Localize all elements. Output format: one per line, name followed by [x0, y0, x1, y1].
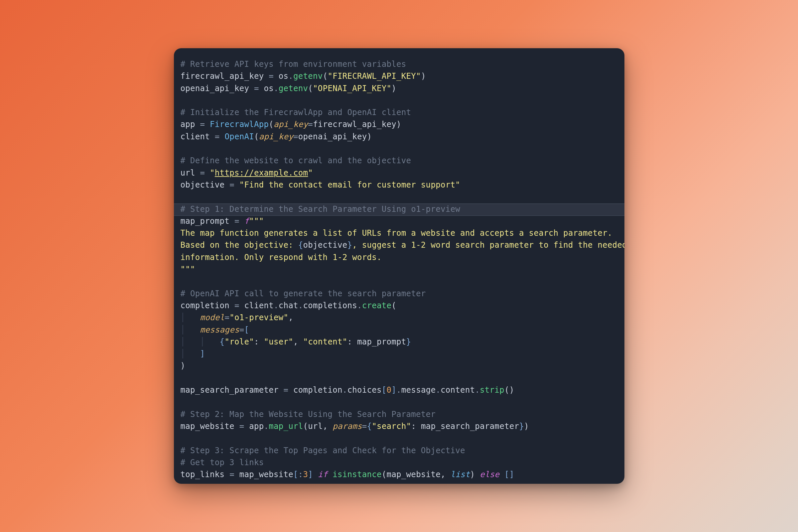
code-content[interactable]: # Retrieve API keys from environment var… — [174, 48, 624, 484]
code-token — [205, 120, 210, 129]
code-token: map_search_parameter — [180, 385, 284, 395]
code-token: "role" — [225, 337, 254, 346]
code-token: ) — [180, 361, 186, 370]
code-token: : — [298, 470, 303, 479]
code-token: list — [450, 470, 470, 479]
code-token: os — [259, 84, 274, 93]
code-token: = — [200, 120, 205, 129]
code-token: f — [244, 216, 249, 226]
indent-guide: │ — [180, 349, 200, 358]
code-token — [327, 470, 332, 479]
code-token: = — [215, 132, 220, 141]
code-token: """ — [249, 216, 264, 226]
code-token: "user" — [264, 337, 293, 346]
code-token: ) — [470, 470, 475, 479]
code-token: completion — [180, 301, 234, 310]
code-token: 3 — [303, 470, 308, 479]
code-token: objective — [180, 180, 230, 190]
code-token: ( — [303, 422, 308, 431]
code-token: ( — [254, 132, 259, 141]
code-token: = — [269, 72, 274, 81]
code-token: The map function generates a list of URL… — [180, 228, 612, 238]
code-token: api_key — [274, 120, 308, 129]
code-comment: # OpenAI API call to generate the search… — [180, 289, 426, 298]
code-token: . — [342, 385, 347, 395]
code-token: isinstance — [332, 470, 382, 479]
code-token: [ — [293, 470, 298, 479]
code-token: "Find the contact email for customer sup… — [240, 180, 460, 190]
code-token: ( — [269, 120, 274, 129]
code-token: map_prompt — [357, 337, 406, 346]
code-token: "o1-preview" — [229, 313, 288, 322]
code-token: " — [210, 168, 215, 177]
code-token: message — [401, 385, 436, 395]
code-token: { — [298, 241, 303, 250]
code-token: if — [318, 470, 328, 479]
code-token: 0 — [387, 385, 392, 395]
code-comment: # Retrieve API keys from environment var… — [180, 59, 406, 69]
code-token — [234, 180, 240, 190]
code-token — [475, 470, 480, 479]
code-token: "content" — [303, 337, 347, 346]
code-token: url — [180, 168, 200, 177]
code-token: ) — [421, 72, 426, 81]
code-token: = — [284, 385, 289, 395]
code-token: client — [240, 301, 274, 310]
code-token: map_search_parameter — [421, 422, 519, 431]
code-token: [ — [244, 325, 249, 335]
code-token: firecrawl_api_key — [180, 72, 269, 81]
code-token — [220, 132, 225, 141]
indent-guide: │ │ — [180, 337, 220, 346]
code-token: : — [254, 337, 264, 346]
code-token: else — [480, 470, 499, 479]
code-token: getenv — [279, 84, 308, 93]
code-token — [240, 216, 244, 226]
code-token: . — [274, 301, 279, 310]
code-token: model — [200, 313, 225, 322]
code-token: " — [308, 168, 313, 177]
code-token: . — [436, 385, 440, 395]
code-token: . — [288, 72, 293, 81]
code-token: = — [229, 180, 234, 190]
code-token: = — [200, 168, 205, 177]
indent-guide: │ — [180, 313, 200, 322]
code-token: { — [220, 337, 225, 346]
code-token: . — [475, 385, 480, 395]
code-token: , — [323, 422, 333, 431]
code-token: , — [288, 313, 293, 322]
code-token: content — [440, 385, 475, 395]
code-token: [] — [505, 470, 514, 479]
code-token: } — [347, 241, 352, 250]
code-comment: # Define the website to crawl and the ob… — [180, 156, 411, 165]
code-token: ( — [323, 72, 328, 81]
code-token: = — [254, 84, 259, 93]
code-token: """ — [180, 265, 195, 274]
code-token: ) — [367, 132, 372, 141]
code-token: app — [244, 422, 264, 431]
code-token: map_prompt — [180, 216, 234, 226]
code-token: = — [225, 313, 229, 322]
code-token: information. Only respond with 1-2 words… — [180, 253, 382, 262]
code-token: messages — [200, 325, 240, 335]
code-token: ( — [308, 84, 313, 93]
code-token: : — [411, 422, 421, 431]
code-token: params — [332, 422, 362, 431]
code-token: Based on the objective: — [180, 241, 298, 250]
code-token: } — [406, 337, 411, 346]
code-token: } — [519, 422, 524, 431]
code-token — [499, 470, 505, 479]
code-token: , — [293, 337, 303, 346]
code-token: objective — [303, 241, 347, 250]
code-token: . — [264, 422, 269, 431]
code-token: () — [505, 385, 514, 395]
code-token: "search" — [372, 422, 411, 431]
code-token: map_website — [234, 470, 293, 479]
code-token: openai_api_key — [180, 84, 254, 93]
code-token: = — [234, 301, 240, 310]
code-token: = — [229, 470, 234, 479]
code-token: ] — [308, 470, 313, 479]
code-token: url — [308, 422, 323, 431]
indent-guide: │ — [180, 325, 200, 335]
code-token: . — [357, 301, 362, 310]
code-token: completions — [303, 301, 357, 310]
